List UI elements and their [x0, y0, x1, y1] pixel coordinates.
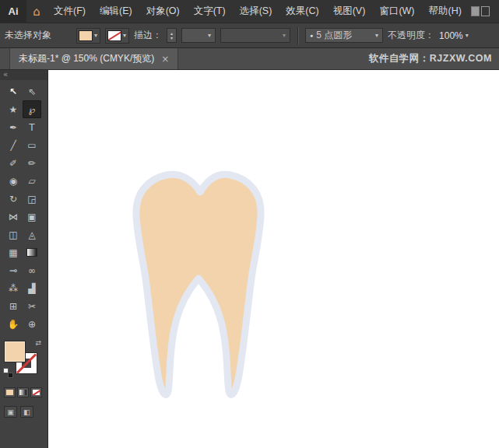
hand-tool-icon: ✋ [8, 320, 19, 329]
color-mode-buttons [4, 387, 47, 397]
close-icon[interactable]: × [161, 54, 169, 65]
none-button[interactable] [30, 387, 42, 397]
panel-collapse-icon[interactable]: « [0, 70, 47, 80]
shape-builder-tool-icon: ◫ [9, 230, 17, 240]
magic-wand-tool[interactable]: ★ [4, 100, 23, 118]
menu-bar: Ai ⌂ 文件(F) 编辑(E) 对象(O) 文字(T) 选择(S) 效果(C)… [0, 0, 499, 23]
stroke-color-swatch[interactable] [108, 31, 121, 40]
opacity-label: 不透明度： [388, 29, 434, 42]
document-tab[interactable]: 未标题-1* @ 150% (CMYK/预览) × [9, 48, 178, 69]
width-tool[interactable]: ⋈ [4, 208, 23, 226]
stepper-down-icon[interactable]: ▾ [170, 36, 173, 40]
mesh-tool-icon: ▦ [9, 248, 17, 257]
screen-mode-button[interactable]: ◧ [20, 406, 33, 418]
blob-brush-tool[interactable]: ◉ [4, 172, 23, 190]
site-watermark: 软件自学网：RJZXW.COM [369, 48, 499, 69]
arrange-documents-icon[interactable] [471, 6, 491, 17]
chevron-down-icon: ▾ [283, 33, 286, 39]
paintbrush-tool[interactable]: ✐ [4, 154, 23, 172]
rectangle-tool-icon: ▭ [27, 141, 36, 150]
menu-view[interactable]: 视图(V) [326, 0, 373, 23]
blob-brush-tool-icon: ◉ [9, 177, 17, 186]
selection-tool[interactable]: ↖ [4, 82, 23, 100]
opacity-value-control[interactable]: 100% ▾ [439, 30, 469, 41]
line-segment-tool[interactable]: ╱ [4, 136, 23, 154]
chevron-down-icon[interactable]: ▾ [94, 33, 97, 39]
artboard-tool[interactable]: ⊞ [4, 297, 23, 315]
eyedropper-tool-icon: ⊸ [9, 266, 17, 275]
paintbrush-tool-icon: ✐ [9, 159, 17, 168]
gradient-tool-icon [27, 249, 37, 256]
direct-selection-tool-icon: ⇖ [28, 87, 36, 96]
fill-swatch[interactable] [5, 341, 25, 362]
eraser-tool-icon: ▱ [28, 177, 35, 186]
fill-color-control[interactable]: ▾ [76, 28, 100, 44]
default-fill-stroke-icon[interactable] [3, 368, 13, 378]
width-tool-icon: ⋈ [9, 212, 18, 222]
zoom-tool[interactable]: ⊕ [23, 315, 41, 333]
menu-object[interactable]: 对象(O) [139, 0, 187, 23]
variable-width-profile-dropdown[interactable]: ▾ [220, 28, 290, 43]
scale-tool-icon: ◲ [27, 194, 36, 204]
chevron-down-icon: ▾ [375, 33, 378, 39]
gradient-button-chip [19, 390, 26, 395]
stroke-weight-stepper[interactable]: ▴ ▾ [167, 28, 177, 43]
menu-file[interactable]: 文件(F) [47, 0, 93, 23]
pen-tool[interactable]: ✒ [4, 118, 23, 136]
swap-fill-stroke-icon[interactable]: ⇄ [35, 339, 41, 347]
type-tool-icon: T [29, 123, 34, 132]
free-transform-tool-icon: ▣ [27, 212, 36, 222]
symbol-sprayer-tool-icon: ⁂ [9, 284, 18, 293]
illustrator-window: Ai ⌂ 文件(F) 编辑(E) 对象(O) 文字(T) 选择(S) 效果(C)… [0, 0, 499, 448]
rectangle-tool[interactable]: ▭ [23, 136, 41, 154]
free-transform-tool[interactable]: ▣ [23, 208, 41, 226]
menu-effect[interactable]: 效果(C) [279, 0, 325, 23]
stroke-weight-dropdown[interactable]: ▾ [181, 28, 216, 43]
artboard-canvas[interactable] [48, 70, 499, 448]
perspective-grid-tool[interactable]: ◬ [23, 226, 41, 243]
type-tool[interactable]: T [23, 118, 41, 136]
home-icon[interactable]: ⌂ [26, 0, 47, 23]
rotate-tool[interactable]: ↻ [4, 190, 23, 208]
pencil-tool[interactable]: ✏ [23, 154, 41, 172]
eyedropper-tool[interactable]: ⊸ [4, 261, 23, 279]
blend-tool[interactable]: ∞ [23, 261, 41, 279]
lasso-tool[interactable]: ℘ [23, 100, 41, 118]
line-segment-tool-icon: ╱ [10, 141, 16, 150]
menu-type[interactable]: 文字(T) [187, 0, 233, 23]
menu-select[interactable]: 选择(S) [233, 0, 279, 23]
artboard-tool-icon: ⊞ [9, 302, 17, 311]
hand-tool[interactable]: ✋ [4, 315, 23, 333]
tooth-artwork[interactable] [48, 70, 499, 448]
fill-color-swatch[interactable] [79, 31, 92, 40]
column-graph-tool-icon: ▟ [28, 284, 35, 293]
control-bar: 未选择对象 ▾ ▾ 描边： ▴ ▾ ▾ ▾ ● 5 点圆形 ▾ 不透明度： [0, 23, 499, 48]
direct-selection-tool[interactable]: ⇖ [23, 82, 41, 100]
eraser-tool[interactable]: ▱ [23, 172, 41, 190]
magic-wand-tool-icon: ★ [9, 105, 18, 114]
menu-help[interactable]: 帮助(H) [422, 0, 469, 23]
perspective-grid-tool-icon: ◬ [28, 230, 35, 240]
slice-tool-icon: ✂ [28, 302, 36, 311]
column-graph-tool[interactable]: ▟ [23, 279, 41, 297]
symbol-sprayer-tool[interactable]: ⁂ [4, 279, 23, 297]
menu-window[interactable]: 窗口(W) [372, 0, 421, 23]
chevron-down-icon[interactable]: ▾ [123, 33, 126, 39]
stroke-weight-label: 描边： [134, 29, 162, 42]
color-button[interactable] [4, 387, 16, 397]
menu-edit[interactable]: 编辑(E) [93, 0, 139, 23]
document-tab-bar: 未标题-1* @ 150% (CMYK/预览) × 软件自学网：RJZXW.CO… [0, 48, 499, 70]
tooth-shape[interactable] [136, 174, 261, 394]
slice-tool[interactable]: ✂ [23, 297, 41, 315]
shape-builder-tool[interactable]: ◫ [4, 226, 23, 243]
gradient-tool[interactable] [23, 243, 41, 261]
brush-definition-dropdown[interactable]: ● 5 点圆形 ▾ [305, 28, 383, 43]
draw-mode-button[interactable]: ▣ [4, 406, 17, 418]
scale-tool[interactable]: ◲ [23, 190, 41, 208]
stroke-color-control[interactable]: ▾ [105, 28, 129, 44]
app-logo: Ai [0, 0, 26, 23]
control-bar-separator [297, 27, 298, 44]
gradient-button[interactable] [17, 387, 29, 397]
selection-status: 未选择对象 [5, 29, 72, 42]
mesh-tool[interactable]: ▦ [4, 243, 23, 261]
